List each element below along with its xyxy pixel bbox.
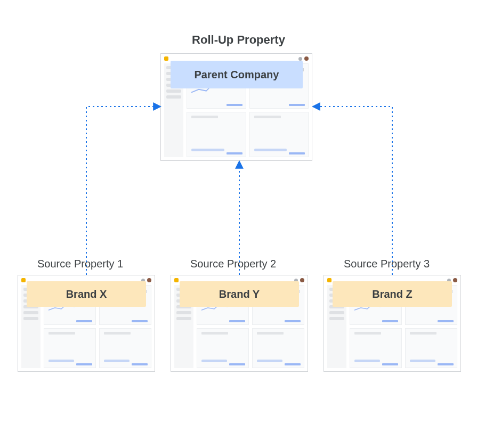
source-label-2: Brand Y [180, 281, 299, 307]
source-label-3: Brand Z [333, 281, 452, 307]
source-title-3: Source Property 3 [344, 258, 430, 270]
avatar-icon [300, 278, 304, 282]
avatar-icon [147, 278, 151, 282]
diagram-title: Roll-Up Property [0, 33, 477, 47]
source-title-1: Source Property 1 [37, 258, 123, 270]
analytics-logo-icon [174, 278, 179, 282]
source-title-2: Source Property 2 [190, 258, 276, 270]
avatar-icon [304, 56, 309, 61]
arrow-source1-to-parent [86, 107, 160, 275]
kebab-icon [298, 57, 302, 61]
analytics-logo-icon [327, 278, 332, 282]
diagram-canvas: Roll-Up Property [0, 0, 477, 448]
arrow-source3-to-parent [313, 107, 392, 275]
parent-label: Parent Company [171, 61, 303, 88]
avatar-icon [453, 278, 457, 282]
analytics-logo-icon [164, 56, 168, 61]
source-label-1: Brand X [27, 281, 146, 307]
analytics-logo-icon [21, 278, 26, 282]
